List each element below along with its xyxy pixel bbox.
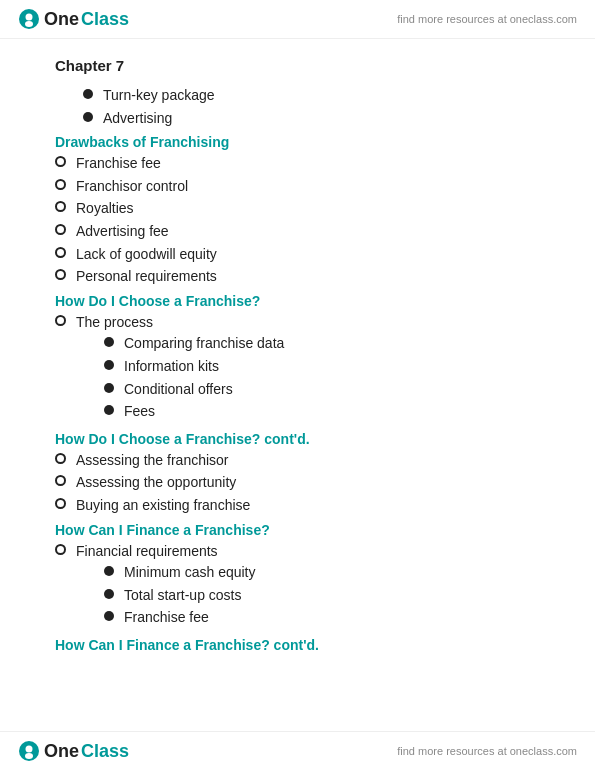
- item-text: The processComparing franchise dataInfor…: [76, 313, 284, 425]
- list-item: The processComparing franchise dataInfor…: [55, 313, 555, 425]
- svg-point-4: [25, 753, 33, 759]
- initial-bullet-list: Turn-key package Advertising: [55, 86, 555, 128]
- item-text: Franchise fee: [76, 154, 161, 174]
- section-heading: Drawbacks of Franchising: [55, 134, 555, 150]
- oneclass-footer-logo-icon: [18, 740, 40, 762]
- subitem-text: Total start-up costs: [124, 586, 242, 606]
- list-item: Conditional offers: [104, 380, 284, 400]
- filled-bullet-icon: [104, 611, 114, 621]
- section-heading: How Can I Finance a Franchise?: [55, 522, 555, 538]
- oneclass-logo-icon: [18, 8, 40, 30]
- open-bullet-icon: [55, 201, 66, 212]
- subitem-list: Minimum cash equityTotal start-up costsF…: [76, 563, 256, 628]
- open-bullet-icon: [55, 247, 66, 258]
- item-text: Lack of goodwill equity: [76, 245, 217, 265]
- logo: OneClass: [18, 8, 129, 30]
- subitem-text: Information kits: [124, 357, 219, 377]
- footer-tagline: find more resources at oneclass.com: [397, 745, 577, 757]
- footer-logo-class: Class: [81, 741, 129, 762]
- filled-bullet-icon: [104, 337, 114, 347]
- subitem-text: Franchise fee: [124, 608, 209, 628]
- list-item: Royalties: [55, 199, 555, 219]
- list-item: Assessing the franchisor: [55, 451, 555, 471]
- footer-logo-one: One: [44, 741, 79, 762]
- logo-one: One: [44, 9, 79, 30]
- svg-point-5: [26, 746, 33, 753]
- list-item: Buying an existing franchise: [55, 496, 555, 516]
- filled-bullet-icon: [104, 405, 114, 415]
- open-bullet-icon: [55, 498, 66, 509]
- section-heading: How Do I Choose a Franchise?: [55, 293, 555, 309]
- item-text: Personal requirements: [76, 267, 217, 287]
- filled-bullet-icon: [104, 589, 114, 599]
- list-item: Information kits: [104, 357, 284, 377]
- subitem-list: Comparing franchise dataInformation kits…: [76, 334, 284, 421]
- filled-bullet-icon: [104, 383, 114, 393]
- open-bullet-icon: [55, 315, 66, 326]
- open-bullet-icon: [55, 269, 66, 280]
- sections-container: Drawbacks of FranchisingFranchise feeFra…: [55, 134, 555, 653]
- item-text: Advertising fee: [76, 222, 169, 242]
- header: OneClass find more resources at oneclass…: [0, 0, 595, 39]
- item-text: Advertising: [103, 109, 172, 129]
- svg-point-2: [26, 14, 33, 21]
- list-item: Franchise fee: [104, 608, 256, 628]
- list-item: Franchise fee: [55, 154, 555, 174]
- open-bullet-icon: [55, 544, 66, 555]
- list-item: Fees: [104, 402, 284, 422]
- subitem-text: Conditional offers: [124, 380, 233, 400]
- item-text: Financial requirementsMinimum cash equit…: [76, 542, 256, 631]
- list-item: Financial requirementsMinimum cash equit…: [55, 542, 555, 631]
- subitem-text: Minimum cash equity: [124, 563, 256, 583]
- filled-bullet-icon: [83, 89, 93, 99]
- logo-class: Class: [81, 9, 129, 30]
- section-list: Financial requirementsMinimum cash equit…: [55, 542, 555, 631]
- footer-logo: OneClass: [18, 740, 129, 762]
- item-text: Franchisor control: [76, 177, 188, 197]
- filled-bullet-icon: [104, 566, 114, 576]
- list-item: Advertising fee: [55, 222, 555, 242]
- item-text: Assessing the opportunity: [76, 473, 236, 493]
- open-bullet-icon: [55, 156, 66, 167]
- list-item: Total start-up costs: [104, 586, 256, 606]
- open-bullet-icon: [55, 475, 66, 486]
- list-item: Lack of goodwill equity: [55, 245, 555, 265]
- list-item: Minimum cash equity: [104, 563, 256, 583]
- footer: OneClass find more resources at oneclass…: [0, 731, 595, 770]
- list-item: Personal requirements: [55, 267, 555, 287]
- list-item: Comparing franchise data: [104, 334, 284, 354]
- section-list: Assessing the franchisorAssessing the op…: [55, 451, 555, 516]
- svg-point-1: [25, 21, 33, 27]
- section-heading: How Can I Finance a Franchise? cont'd.: [55, 637, 555, 653]
- item-text: Assessing the franchisor: [76, 451, 229, 471]
- list-item: Franchisor control: [55, 177, 555, 197]
- item-text: Turn-key package: [103, 86, 215, 106]
- filled-bullet-icon: [104, 360, 114, 370]
- subitem-text: Fees: [124, 402, 155, 422]
- list-item: Assessing the opportunity: [55, 473, 555, 493]
- main-content: Chapter 7 Turn-key package Advertising D…: [0, 39, 595, 731]
- open-bullet-icon: [55, 453, 66, 464]
- filled-bullet-icon: [83, 112, 93, 122]
- header-tagline: find more resources at oneclass.com: [397, 13, 577, 25]
- chapter-title: Chapter 7: [55, 57, 555, 74]
- open-bullet-icon: [55, 179, 66, 190]
- open-bullet-icon: [55, 224, 66, 235]
- list-item: Advertising: [83, 109, 555, 129]
- item-text: Buying an existing franchise: [76, 496, 250, 516]
- item-text: Royalties: [76, 199, 134, 219]
- section-heading: How Do I Choose a Franchise? cont'd.: [55, 431, 555, 447]
- section-list: Franchise feeFranchisor controlRoyalties…: [55, 154, 555, 287]
- list-item: Turn-key package: [83, 86, 555, 106]
- section-list: The processComparing franchise dataInfor…: [55, 313, 555, 425]
- subitem-text: Comparing franchise data: [124, 334, 284, 354]
